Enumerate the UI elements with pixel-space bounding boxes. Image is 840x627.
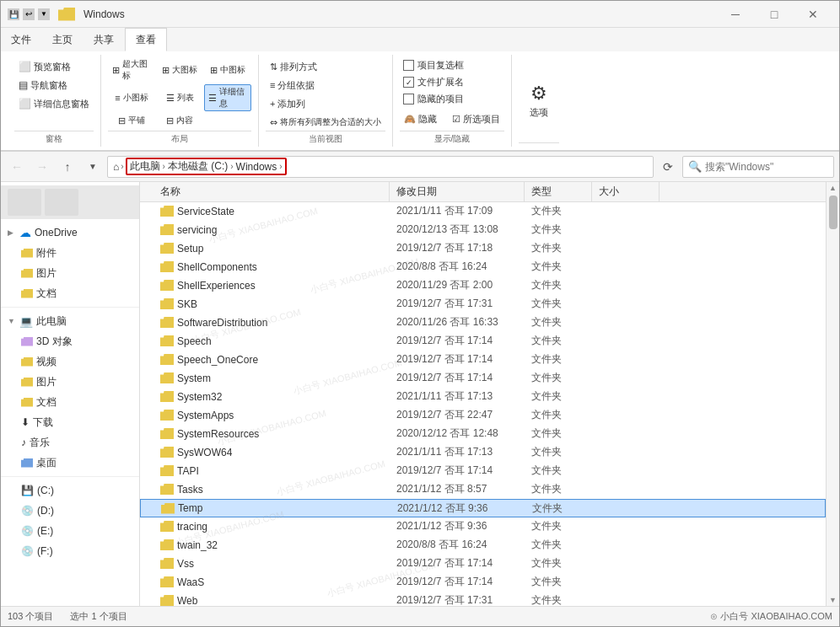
details-pane-button[interactable]: ⬜ 详细信息窗格 — [14, 95, 94, 112]
nav-pane-button[interactable]: ▤ 导航窗格 — [14, 77, 72, 94]
table-row[interactable]: System2019/12/7 否耳 17:14文件夹 — [140, 369, 826, 388]
sort-by-btn[interactable]: ⇅ 排列方式 — [266, 58, 321, 75]
table-row[interactable]: ServiceState2021/1/11 否耳 17:09文件夹 — [140, 202, 826, 221]
header-date[interactable]: 修改日期 — [390, 182, 525, 201]
table-row[interactable]: Setup2019/12/7 否耳 17:18文件夹 — [140, 239, 826, 258]
table-row[interactable]: Tasks2021/1/12 否耳 8:57文件夹 — [140, 480, 826, 499]
preview-pane-button[interactable]: ⬜ 预览窗格 — [14, 58, 75, 75]
sidebar-item-documents2[interactable]: 文档 — [1, 392, 139, 412]
table-row[interactable]: servicing2020/12/13 否耳 13:08文件夹 — [140, 221, 826, 239]
content-btn[interactable]: ⊟内容 — [156, 112, 203, 129]
vertical-scrollbar[interactable]: ▲ ▼ — [826, 182, 839, 606]
tab-share[interactable]: 共享 — [83, 28, 125, 51]
table-row[interactable]: tracing2021/1/12 否耳 9:36文件夹 — [140, 517, 826, 536]
tab-view[interactable]: 查看 — [125, 28, 167, 51]
dropdown-arrow[interactable]: ▼ — [38, 8, 50, 20]
file-explorer-window: 💾 ↩ ▼ Windows ─ □ ✕ 文件 主页 共享 查看 ⬜ — [0, 0, 840, 627]
table-row[interactable]: System322021/1/11 否耳 17:13文件夹 — [140, 388, 826, 406]
table-row[interactable]: Vss2019/12/7 否耳 17:14文件夹 — [140, 555, 826, 573]
table-row[interactable]: TAPI2019/12/7 否耳 17:14文件夹 — [140, 462, 826, 480]
folder-icon — [160, 261, 174, 272]
file-name-cell: Web — [153, 592, 390, 606]
details-btn[interactable]: ☰详细信息 — [204, 84, 251, 111]
sidebar: ▶ ☁ OneDrive 附件 图片 文档 ▼ 💻 此电脑 — [1, 182, 140, 606]
table-row[interactable]: Speech2019/12/7 否耳 17:14文件夹 — [140, 332, 826, 351]
scroll-up-button[interactable]: ▲ — [827, 182, 839, 194]
tab-home[interactable]: 主页 — [42, 28, 83, 51]
maximize-button[interactable]: □ — [755, 1, 794, 28]
file-name-text: TAPI — [177, 465, 199, 477]
table-row[interactable]: ShellComponents2020/8/8 否耳 16:24文件夹 — [140, 258, 826, 276]
table-row[interactable]: twain_322020/8/8 否耳 16:24文件夹 — [140, 536, 826, 555]
tiles-btn[interactable]: ⊟平铺 — [108, 112, 155, 129]
minimize-button[interactable]: ─ — [716, 1, 755, 28]
save-icon[interactable]: 💾 — [8, 8, 19, 20]
back-button[interactable]: ← — [6, 156, 28, 178]
group-by-btn[interactable]: ≡ 分组依据 — [266, 77, 319, 94]
table-row[interactable]: SoftwareDistribution2020/11/26 否耳 16:33文… — [140, 314, 826, 332]
breadcrumb-this-pc[interactable]: 此电脑 — [130, 159, 160, 174]
table-row[interactable]: SystemResources2020/12/12 否耳 12:48文件夹 — [140, 425, 826, 443]
header-size[interactable]: 大小 — [592, 182, 660, 201]
table-row[interactable]: Speech_OneCore2019/12/7 否耳 17:14文件夹 — [140, 351, 826, 369]
file-date-cell: 2019/12/7 否耳 17:14 — [390, 573, 525, 591]
file-name-cell: Speech — [153, 332, 390, 350]
breadcrumb-bar[interactable]: ⌂ › 此电脑 › 本地磁盘 (C:) › Windows › — [107, 156, 654, 178]
tab-file[interactable]: 文件 — [1, 28, 42, 51]
extra-large-icon-btn[interactable]: ⊞超大图标 — [108, 56, 155, 83]
sidebar-item-drive-f[interactable]: 💿 (F:) — [1, 541, 139, 561]
table-row[interactable]: ShellExperiences2020/11/29 否耳 2:00文件夹 — [140, 276, 826, 295]
scroll-down-button[interactable]: ▼ — [827, 594, 839, 606]
list-btn[interactable]: ☰列表 — [156, 84, 203, 111]
sidebar-item-downloads[interactable]: ⬇ 下载 — [1, 412, 139, 432]
sort-icon: ⇅ — [270, 62, 277, 72]
selected-items-btn[interactable]: ☑ 所选项目 — [448, 110, 504, 127]
breadcrumb-home[interactable]: ⌂ — [113, 161, 119, 173]
sidebar-item-drive-e[interactable]: 💿 (E:) — [1, 521, 139, 541]
sidebar-item-drive-d[interactable]: 💿 (D:) — [1, 501, 139, 521]
undo-icon[interactable]: ↩ — [23, 8, 35, 20]
forward-button[interactable]: → — [31, 156, 53, 178]
file-ext-toggle[interactable]: 文件扩展名 — [400, 75, 467, 89]
sidebar-item-onedrive[interactable]: ▶ ☁ OneDrive — [1, 222, 139, 243]
table-row[interactable]: SystemApps2019/12/7 否耳 22:47文件夹 — [140, 406, 826, 425]
sidebar-item-music[interactable]: ♪ 音乐 — [1, 432, 139, 453]
file-name-text: System — [177, 372, 211, 384]
search-input[interactable] — [705, 161, 832, 173]
header-name[interactable]: 名称 — [153, 182, 390, 201]
hide-btn[interactable]: 🙈 隐藏 — [400, 110, 441, 127]
hidden-items-toggle[interactable]: 隐藏的项目 — [400, 92, 467, 106]
sidebar-item-drive-c[interactable]: 💾 (C:) — [1, 480, 139, 501]
table-row[interactable]: WaaS2019/12/7 否耳 17:14文件夹 — [140, 573, 826, 592]
search-bar[interactable]: 🔍 — [682, 156, 834, 178]
ribbon-group-layout: ⊞超大图标 ⊞大图标 ⊞中图标 ≡小图标 ☰列表 ☰详细信息 ⊟平铺 ⊟内容 布… — [101, 55, 259, 147]
sidebar-item-desktop[interactable]: 桌面 — [1, 453, 139, 473]
refresh-button[interactable]: ⟳ — [657, 156, 679, 178]
sidebar-item-this-pc[interactable]: ▼ 💻 此电脑 — [1, 311, 139, 331]
sidebar-item-attachments[interactable]: 附件 — [1, 243, 139, 263]
large-icon-btn[interactable]: ⊞大图标 — [156, 56, 203, 83]
fit-columns-btn[interactable]: ⇔ 将所有列调整为合适的大小 — [266, 114, 385, 131]
sidebar-item-videos[interactable]: 视频 — [1, 351, 139, 372]
medium-icon-btn[interactable]: ⊞中图标 — [204, 56, 251, 83]
recent-locations-button[interactable]: ▼ — [82, 156, 104, 178]
sidebar-item-pictures2[interactable]: 图片 — [1, 372, 139, 392]
table-row[interactable]: Temp2021/1/12 否耳 9:36文件夹 — [140, 499, 826, 517]
table-row[interactable]: SKB2019/12/7 否耳 17:31文件夹 — [140, 295, 826, 314]
add-column-btn[interactable]: + 添加列 — [266, 95, 310, 112]
item-checkbox-toggle[interactable]: 项目复选框 — [400, 58, 467, 72]
options-button[interactable]: ⚙ 选项 — [519, 78, 559, 122]
up-button[interactable]: ↑ — [57, 156, 78, 178]
breadcrumb-windows[interactable]: Windows — [236, 161, 277, 173]
sidebar-item-3d[interactable]: 3D 对象 — [1, 331, 139, 351]
sidebar-item-documents1[interactable]: 文档 — [1, 283, 139, 303]
header-type[interactable]: 类型 — [525, 182, 592, 201]
file-name-text: Vss — [177, 558, 194, 570]
sidebar-item-pictures1[interactable]: 图片 — [1, 263, 139, 283]
table-row[interactable]: SysWOW642021/1/11 否耳 17:13文件夹 — [140, 443, 826, 462]
small-icon-btn[interactable]: ≡小图标 — [108, 84, 155, 111]
table-row[interactable]: Web2019/12/7 否耳 17:31文件夹 — [140, 592, 826, 606]
breadcrumb-local-disk[interactable]: 本地磁盘 (C:) — [168, 159, 228, 174]
close-button[interactable]: ✕ — [794, 1, 832, 28]
scroll-thumb[interactable] — [829, 196, 837, 229]
